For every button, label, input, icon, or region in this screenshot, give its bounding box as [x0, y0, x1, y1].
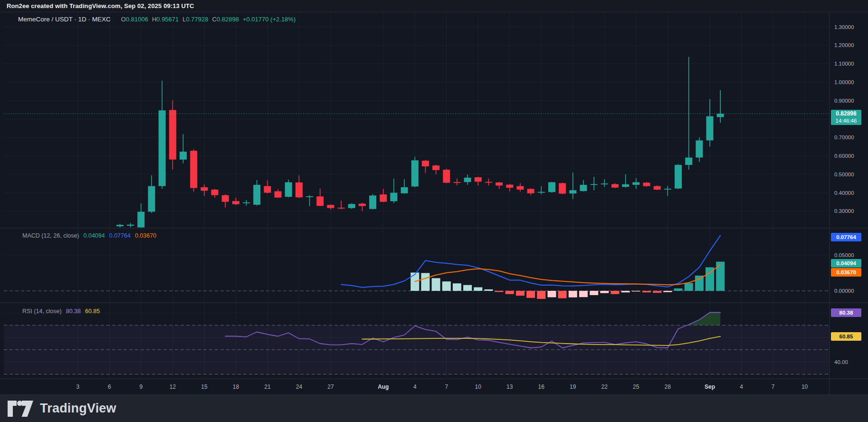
svg-text:0.90000: 0.90000 — [834, 98, 854, 104]
svg-text:0.00000: 0.00000 — [834, 288, 854, 294]
svg-text:10: 10 — [801, 384, 808, 390]
svg-text:13: 13 — [506, 384, 513, 390]
ohlc-key: H — [152, 16, 156, 23]
svg-text:0.70000: 0.70000 — [834, 134, 854, 140]
svg-text:24: 24 — [296, 384, 303, 390]
axis-value-badge: 0.07764 — [831, 233, 861, 241]
symbol-title: MemeCore / USDT · 1D · MEXC — [18, 16, 111, 23]
svg-text:12: 12 — [170, 384, 176, 390]
tradingview-logo-icon — [8, 401, 35, 417]
svg-text:0.30000: 0.30000 — [834, 208, 854, 214]
ohlc-key: O — [121, 16, 126, 23]
svg-text:40.00: 40.00 — [834, 359, 848, 365]
indicator-value: 80.38 — [66, 308, 81, 315]
indicator-value: 0.07764 — [109, 232, 131, 239]
svg-text:0.40000: 0.40000 — [834, 190, 854, 196]
ohlc-value: 0.81006 — [126, 16, 148, 23]
symbol-legend[interactable]: MemeCore / USDT · 1D · MEXCO0.81006H0.95… — [18, 16, 296, 23]
rsi-legend[interactable]: RSI (14, close)80.3860.85 — [22, 308, 100, 315]
ohlc-key: L — [182, 16, 186, 23]
svg-text:9: 9 — [139, 384, 143, 390]
macd-indicator-params: (12, 26, close) — [41, 232, 79, 239]
price-change: +0.01770 (+2.18%) — [243, 16, 296, 23]
svg-text:Aug: Aug — [378, 384, 389, 390]
macd-values: 0.040940.077640.03670 — [79, 232, 157, 239]
indicator-value: 60.85 — [85, 308, 100, 315]
svg-text:22: 22 — [601, 384, 608, 390]
candle-countdown: 14:46:46 — [831, 117, 861, 125]
svg-text:1.10000: 1.10000 — [834, 61, 854, 67]
rsi-values: 80.3860.85 — [62, 308, 100, 315]
brand-name: TradingView — [40, 401, 116, 416]
svg-text:18: 18 — [233, 384, 239, 390]
svg-text:0.60000: 0.60000 — [834, 153, 854, 159]
axis-value-badge: 0.04094 — [831, 259, 861, 268]
axis-value-badge: 60.85 — [831, 332, 861, 341]
snapshot-note: Ron2ee created with TradingView.com, Sep… — [7, 2, 194, 10]
ohlc-value: 0.95671 — [156, 16, 179, 23]
svg-text:10: 10 — [475, 384, 482, 390]
svg-text:7: 7 — [445, 384, 448, 390]
indicator-value: 0.04094 — [84, 232, 105, 239]
svg-text:4: 4 — [413, 384, 417, 390]
svg-text:4: 4 — [740, 384, 743, 390]
tradingview-snapshot: 1.300001.200001.100001.000000.900000.700… — [0, 0, 868, 422]
brand-footer-bar: TradingView — [0, 394, 868, 422]
svg-text:6: 6 — [108, 384, 111, 390]
svg-text:16: 16 — [538, 384, 545, 390]
last-price-value: 0.82898 — [831, 110, 861, 117]
axis-value-badge: 0.03670 — [831, 268, 861, 277]
snapshot-header-bar: Ron2ee created with TradingView.com, Sep… — [0, 0, 868, 12]
svg-text:27: 27 — [327, 384, 334, 390]
svg-text:0.50000: 0.50000 — [834, 172, 854, 177]
ohlc-value: 0.82898 — [217, 16, 239, 23]
svg-text:25: 25 — [633, 384, 639, 390]
indicator-value: 0.03670 — [135, 232, 156, 239]
svg-text:21: 21 — [264, 384, 271, 390]
rsi-indicator-params: (14, close) — [34, 308, 61, 315]
last-price-badge: 0.82898 14:46:46 — [831, 110, 861, 125]
macd-legend[interactable]: MACD (12, 26, close)0.040940.077640.0367… — [22, 232, 156, 239]
macd-indicator-name: MACD — [22, 232, 40, 239]
svg-text:19: 19 — [570, 384, 576, 390]
svg-text:Sep: Sep — [705, 384, 715, 390]
svg-text:1.30000: 1.30000 — [834, 24, 854, 30]
svg-text:28: 28 — [665, 384, 671, 390]
svg-text:7: 7 — [772, 384, 775, 390]
chart-canvas[interactable]: 1.300001.200001.100001.000000.900000.700… — [0, 0, 868, 422]
svg-text:1.00000: 1.00000 — [834, 79, 854, 85]
rsi-indicator-name: RSI — [22, 308, 32, 315]
svg-text:3: 3 — [76, 384, 79, 390]
svg-text:15: 15 — [201, 384, 208, 390]
ohlc-key: C — [212, 16, 217, 23]
svg-text:1.20000: 1.20000 — [834, 42, 854, 48]
ohlc-value: 0.77928 — [186, 16, 209, 23]
svg-text:0.05000: 0.05000 — [834, 252, 854, 258]
axis-value-badge: 80.38 — [831, 308, 861, 317]
ohlc-values: O0.81006H0.95671L0.77928C0.82898 — [117, 16, 239, 23]
